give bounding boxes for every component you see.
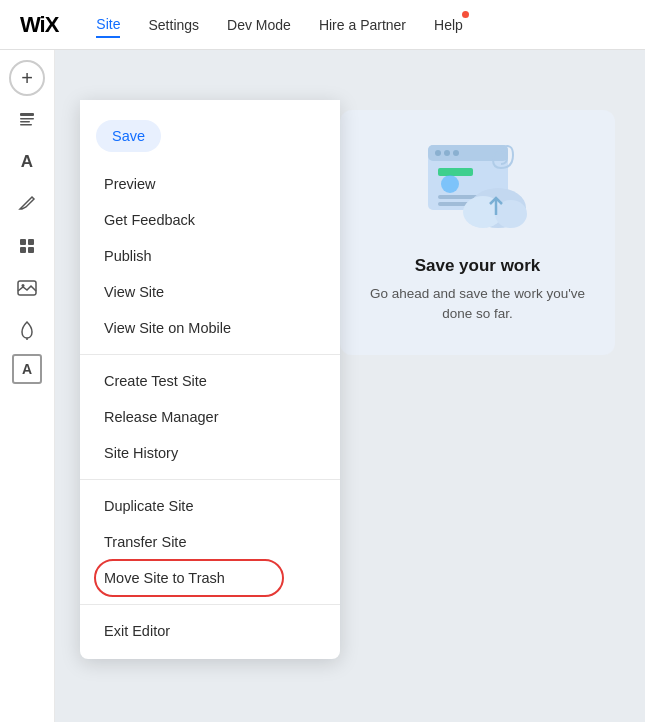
svg-point-22 (495, 200, 527, 228)
save-menu-item[interactable]: Save (96, 120, 161, 152)
add-button-icon[interactable]: + (9, 60, 45, 96)
move-to-trash-container: Move Site to Trash (80, 560, 340, 596)
nav-item-site[interactable]: Site (96, 12, 120, 38)
divider-2 (80, 479, 340, 480)
wix-logo: WiX (20, 12, 58, 38)
preview-menu-item[interactable]: Preview (80, 166, 340, 202)
dropdown-overlay: Save Preview Get Feedback Publish View S… (0, 100, 645, 722)
divider-3 (80, 604, 340, 605)
move-site-to-trash-menu-item[interactable]: Move Site to Trash (80, 560, 340, 596)
nav-item-settings[interactable]: Settings (148, 13, 199, 37)
save-panel-title: Save your work (415, 256, 541, 276)
svg-point-17 (441, 175, 459, 193)
nav-item-help[interactable]: Help (434, 13, 463, 37)
help-notification-dot (462, 11, 469, 18)
view-site-mobile-menu-item[interactable]: View Site on Mobile (80, 310, 340, 346)
publish-menu-item[interactable]: Publish (80, 238, 340, 274)
site-dropdown-menu: Save Preview Get Feedback Publish View S… (80, 100, 340, 659)
nav-item-partner[interactable]: Hire a Partner (319, 13, 406, 37)
svg-point-14 (444, 150, 450, 156)
top-nav: WiX Site Settings Dev Mode Hire a Partne… (0, 0, 645, 50)
transfer-site-menu-item[interactable]: Transfer Site (80, 524, 340, 560)
save-work-panel: Save your work Go ahead and save the wor… (340, 110, 615, 355)
editor-area: + A A Save Preview Get Feedback (0, 50, 645, 722)
svg-rect-16 (438, 168, 473, 176)
svg-point-13 (435, 150, 441, 156)
site-history-menu-item[interactable]: Site History (80, 435, 340, 471)
save-illustration (413, 140, 543, 240)
release-manager-menu-item[interactable]: Release Manager (80, 399, 340, 435)
save-panel-description: Go ahead and save the work you've done s… (360, 284, 595, 325)
duplicate-site-menu-item[interactable]: Duplicate Site (80, 488, 340, 524)
create-test-site-menu-item[interactable]: Create Test Site (80, 363, 340, 399)
svg-point-15 (453, 150, 459, 156)
divider-1 (80, 354, 340, 355)
view-site-menu-item[interactable]: View Site (80, 274, 340, 310)
exit-editor-menu-item[interactable]: Exit Editor (80, 613, 340, 649)
get-feedback-menu-item[interactable]: Get Feedback (80, 202, 340, 238)
nav-item-devmode[interactable]: Dev Mode (227, 13, 291, 37)
